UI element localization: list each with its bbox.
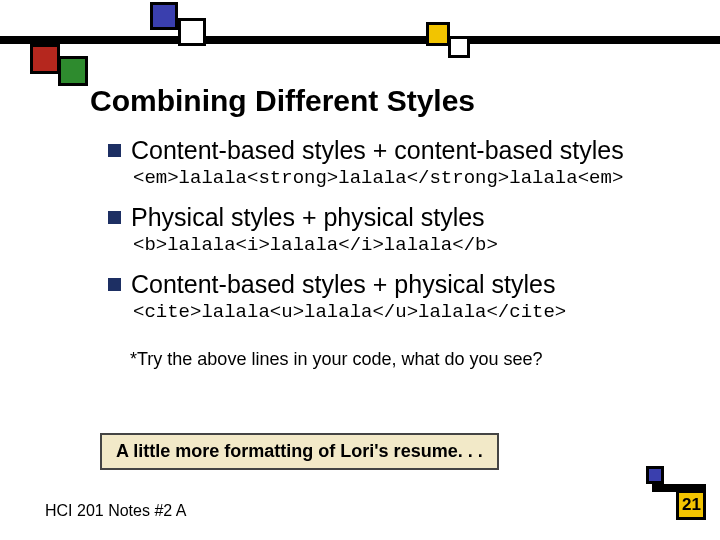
slide-body: Content-based styles + content-based sty… <box>108 136 680 370</box>
bullet-text: Content-based styles + content-based sty… <box>131 136 624 165</box>
try-note: *Try the above lines in your code, what … <box>130 349 680 370</box>
page-number: 21 <box>682 495 701 515</box>
code-sample: <em>lalala<strong>lalala</strong>lalala<… <box>133 167 680 189</box>
decor-square-white <box>178 18 206 46</box>
page-number-square-blue <box>646 466 664 484</box>
footer-text: HCI 201 Notes #2 A <box>45 502 186 520</box>
bullet-icon <box>108 144 121 157</box>
bullet-icon <box>108 278 121 291</box>
decor-square-green <box>58 56 88 86</box>
decor-square-yellow <box>426 22 450 46</box>
slide-title: Combining Different Styles <box>90 84 475 118</box>
bullet-item: Physical styles + physical styles <box>108 203 680 232</box>
code-sample: <b>lalala<i>lalala</i>lalala</b> <box>133 234 680 256</box>
bullet-item: Content-based styles + physical styles <box>108 270 680 299</box>
code-sample: <cite>lalala<u>lalala</u>lalala</cite> <box>133 301 680 323</box>
header-rule <box>0 36 720 44</box>
bullet-icon <box>108 211 121 224</box>
bullet-item: Content-based styles + content-based sty… <box>108 136 680 165</box>
decor-square-blue <box>150 2 178 30</box>
bullet-text: Physical styles + physical styles <box>131 203 485 232</box>
decor-square-red <box>30 44 60 74</box>
callout-ribbon: A little more formatting of Lori's resum… <box>100 433 499 470</box>
decor-square-white-right <box>448 36 470 58</box>
bullet-text: Content-based styles + physical styles <box>131 270 556 299</box>
